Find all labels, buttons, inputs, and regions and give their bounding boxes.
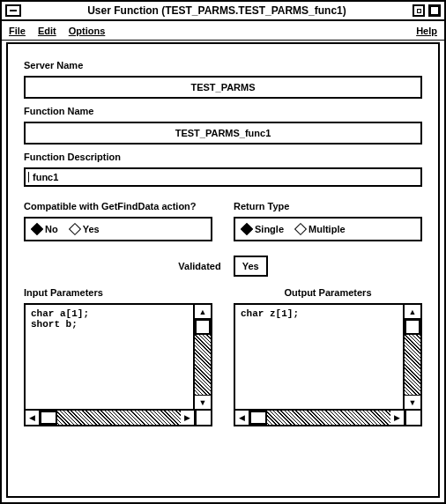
menu-file[interactable]: File — [9, 26, 26, 36]
scroll-down-icon[interactable]: ▼ — [405, 395, 420, 409]
field-validated: Yes — [234, 256, 268, 277]
label-input-params: Input Parameters — [24, 287, 212, 298]
scroll-right-icon[interactable]: ▶ — [390, 411, 405, 425]
radio-compatible-no[interactable]: No — [33, 224, 58, 234]
label-server-name: Server Name — [24, 60, 422, 70]
scrollbar-horizontal[interactable]: ◀ ▶ — [235, 409, 420, 425]
maximize-button[interactable] — [428, 4, 441, 17]
window-title: User Function (TEST_PARMS.TEST_PARMS_fun… — [23, 4, 411, 17]
label-function-name: Function Name — [24, 106, 422, 116]
textarea-output-params[interactable]: char z[1]; ▲ ▼ ◀ ▶ — [234, 303, 422, 426]
diamond-icon — [294, 223, 307, 235]
scrollbar-horizontal[interactable]: ◀ ▶ — [26, 409, 211, 425]
diamond-icon — [31, 223, 43, 235]
diamond-icon — [69, 223, 81, 235]
scrollbar-vertical[interactable]: ▲ ▼ — [195, 305, 211, 409]
label-validated: Validated — [178, 261, 220, 271]
radio-group-compatible: No Yes — [24, 217, 212, 241]
scroll-left-icon[interactable]: ◀ — [26, 411, 40, 425]
scroll-left-icon[interactable]: ◀ — [235, 411, 249, 425]
output-params-text[interactable]: char z[1]; — [235, 305, 405, 409]
scroll-down-icon[interactable]: ▼ — [195, 395, 211, 409]
title-bar[interactable]: User Function (TEST_PARMS.TEST_PARMS_fun… — [2, 2, 444, 21]
menu-options[interactable]: Options — [69, 26, 106, 36]
label-return-type: Return Type — [234, 201, 422, 211]
scroll-up-icon[interactable]: ▲ — [195, 305, 211, 319]
field-server-name: TEST_PARMS — [24, 76, 422, 99]
window-frame: User Function (TEST_PARMS.TEST_PARMS_fun… — [0, 0, 446, 504]
radio-compatible-yes[interactable]: Yes — [71, 224, 100, 234]
radio-return-single[interactable]: Single — [242, 224, 284, 234]
minimize-button[interactable] — [413, 4, 425, 17]
label-compatible: Compatible with GetFindData action? — [24, 201, 212, 211]
label-output-params: Output Parameters — [234, 287, 422, 298]
scroll-up-icon[interactable]: ▲ — [405, 305, 420, 319]
diamond-icon — [241, 223, 253, 235]
scroll-right-icon[interactable]: ▶ — [181, 411, 195, 425]
menu-edit[interactable]: Edit — [38, 26, 56, 36]
radio-group-return-type: Single Multiple — [234, 217, 422, 241]
field-function-name: TEST_PARMS_func1 — [24, 122, 422, 145]
textarea-input-params[interactable]: char a[1]; short b; ▲ ▼ ◀ ▶ — [24, 303, 212, 426]
input-params-text[interactable]: char a[1]; short b; — [26, 305, 195, 409]
scrollbar-vertical[interactable]: ▲ ▼ — [405, 305, 420, 409]
label-function-description: Function Description — [24, 152, 422, 162]
menu-bar: File Edit Options Help — [2, 21, 444, 41]
system-menu-icon[interactable] — [5, 4, 21, 17]
menu-help[interactable]: Help — [416, 26, 437, 36]
radio-return-multiple[interactable]: Multiple — [296, 224, 346, 234]
input-function-description[interactable]: func1 — [24, 167, 422, 187]
